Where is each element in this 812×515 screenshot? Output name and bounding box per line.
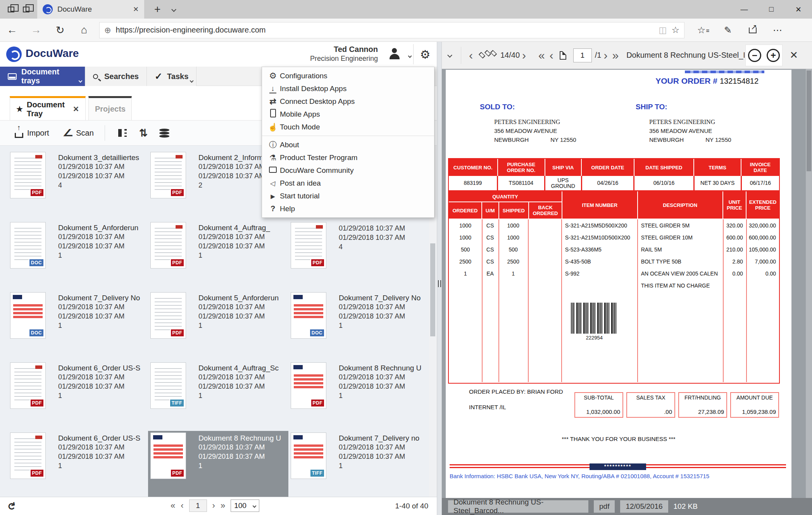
menu-item[interactable]: Mobile Apps <box>262 108 434 121</box>
user-menu-chevron-icon[interactable] <box>409 52 411 59</box>
window-minimize-button[interactable]: — <box>731 0 758 19</box>
user-avatar-icon[interactable] <box>389 48 400 60</box>
settings-gear-button[interactable]: ⚙ <box>414 42 437 67</box>
menu-item-icon <box>266 204 280 213</box>
browser-tab[interactable]: DocuWare ✕ <box>37 0 144 19</box>
list-view-button[interactable] <box>112 124 133 142</box>
menu-item[interactable]: About <box>262 138 434 151</box>
document-item[interactable]: PDF Dokument 3_detailliertes 01/29/2018 … <box>8 150 148 220</box>
footer-date[interactable]: 12/05/2016 <box>620 500 668 513</box>
page-number-box[interactable]: 1 <box>189 499 207 512</box>
tray-tab-document-tray[interactable]: ★ Document Tray ✕ <box>10 96 86 120</box>
share-icon[interactable] <box>740 25 765 36</box>
info-header-cell: TERMS <box>694 159 741 176</box>
close-icon[interactable]: ✕ <box>73 105 79 114</box>
zoom-in-button[interactable]: + <box>767 49 780 62</box>
per-page-select[interactable]: 100 <box>231 499 259 512</box>
tray-scrollbar-thumb[interactable] <box>430 243 435 336</box>
document-page-count: 1 <box>58 321 140 330</box>
more-options-icon[interactable]: ⋯ <box>765 25 790 36</box>
filetype-badge: PDF <box>30 188 45 197</box>
first-page-icon[interactable]: « <box>538 50 545 61</box>
document-item[interactable]: DOC Dokument 7_Delivery No 01/29/2018 10… <box>288 291 429 361</box>
tab-close-icon[interactable]: ✕ <box>133 5 139 14</box>
settings-menu: Configurations Install Desktop Apps Conn… <box>262 67 434 218</box>
store-button[interactable] <box>154 124 175 142</box>
tab-document-trays[interactable]: Document trays <box>0 67 85 86</box>
sold-to-label: SOLD TO: <box>480 103 515 111</box>
reading-view-icon[interactable]: ◫ <box>659 25 667 35</box>
viewer-menu-chevron-icon[interactable] <box>448 53 452 57</box>
tab-preview-icon[interactable] <box>8 7 14 12</box>
first-page-icon[interactable]: « <box>171 501 175 511</box>
viewer-close-button[interactable]: ✕ <box>790 49 798 61</box>
hub-icon[interactable]: ☆ <box>691 25 715 36</box>
new-tab-button[interactable]: + <box>154 3 160 16</box>
next-page-icon[interactable]: › <box>212 501 215 511</box>
tab-label: Searches <box>104 72 139 81</box>
url-field[interactable]: ⊕ https://precision-engineering.docuware… <box>99 22 684 38</box>
footer-filetype[interactable]: pdf <box>594 500 615 513</box>
total-box: SUB-TOTAL 1,032,000.00 <box>574 392 623 418</box>
menu-item[interactable]: Install Desktop Apps <box>262 82 434 95</box>
page-input[interactable]: 1 <box>573 48 592 62</box>
menu-item[interactable]: Post an idea <box>262 177 434 189</box>
document-item[interactable]: PDF Dokument 6_Order US-S 01/29/2018 10:… <box>8 361 148 431</box>
prev-document-icon[interactable]: ‹ <box>469 50 473 61</box>
info-value-cell: TS081104 <box>498 176 544 190</box>
sort-button[interactable]: ⇅ <box>133 124 154 142</box>
menu-item[interactable]: Help <box>262 202 434 215</box>
refresh-icon[interactable]: ↻ <box>5 501 18 512</box>
document-item[interactable]: TIFF Dokument 7_Delivery no 01/29/2018 1… <box>288 431 429 501</box>
import-button[interactable]: Import <box>15 128 49 138</box>
viewer-scrollbar[interactable] <box>806 69 812 498</box>
web-note-pen-icon[interactable]: ✎ <box>715 25 740 36</box>
last-page-icon[interactable]: » <box>612 50 619 61</box>
document-item[interactable]: TIFF Dokument 4_Auftrag_Sc 01/29/2018 10… <box>148 361 288 431</box>
document-item[interactable]: PDF Dokument 8 Rechnung U 01/29/2018 10:… <box>288 361 429 431</box>
flag-stars: ********** <box>590 463 646 470</box>
tray-tab-projects[interactable]: Projects <box>88 96 132 120</box>
prev-page-icon[interactable]: ‹ <box>181 501 183 511</box>
forward-icon[interactable]: → <box>24 24 48 36</box>
menu-item[interactable]: Configurations <box>262 69 434 82</box>
refresh-icon[interactable]: ↻ <box>48 24 72 36</box>
menu-item[interactable]: Connect Desktop Apps <box>262 95 434 108</box>
document-item[interactable]: DOC Dokument 5_Anforderun 01/29/2018 10:… <box>8 220 148 291</box>
document-item[interactable]: PDF Dokument 4_Auftrag_ 01/29/2018 10:37… <box>148 220 288 291</box>
menu-item[interactable]: Product Tester Program <box>262 151 434 164</box>
splitter-grip[interactable] <box>438 280 441 287</box>
total-box: AMOUNT DUE 1,059,238.09 <box>730 392 779 418</box>
document-title: Dokument 5_Anforderun <box>198 294 279 302</box>
footer-document-name[interactable]: Dokument 8 Rechnung US-Steel_Barcod... <box>448 500 588 513</box>
next-document-icon[interactable]: › <box>522 50 526 61</box>
prev-page-icon[interactable]: ‹ <box>550 50 553 61</box>
document-item[interactable]: PDF Dokument 5_Anforderun 01/29/2018 10:… <box>148 291 288 361</box>
document-item[interactable]: PDF Dokument 8 Rechnung U 01/29/2018 10:… <box>148 431 288 501</box>
next-page-icon[interactable]: › <box>603 50 607 61</box>
back-icon[interactable]: ← <box>0 24 24 36</box>
viewer-scrollbar-thumb[interactable] <box>807 71 811 171</box>
set-tabs-aside-icon[interactable] <box>23 7 29 12</box>
scan-button[interactable]: ∠ Scan <box>64 127 94 138</box>
document-item[interactable]: PDF 01/29/2018 10:37 AM 01/29/2018 10:37… <box>288 220 429 291</box>
document-item[interactable]: DOC Dokument 7_Delivery No 01/29/2018 10… <box>8 291 148 361</box>
tab-tasks[interactable]: ✓ Tasks <box>147 67 197 86</box>
tab-searches[interactable]: Searches <box>85 67 147 86</box>
window-close-button[interactable]: ✕ <box>785 0 812 19</box>
menu-item[interactable]: Touch Mode <box>262 121 434 133</box>
zoom-out-button[interactable]: − <box>748 49 761 62</box>
menu-item[interactable]: Start tutorial <box>262 189 434 202</box>
document-item[interactable]: PDF Dokument 6_Order US-S 01/29/2018 10:… <box>8 431 148 501</box>
pane-splitter[interactable] <box>437 42 442 515</box>
favorite-star-icon[interactable]: ☆ <box>671 25 679 35</box>
menu-item[interactable]: DocuWare Community <box>262 164 434 177</box>
url-text[interactable]: https://precision-engineering.docuware.c… <box>116 26 654 34</box>
home-icon[interactable]: ⌂ <box>72 24 96 36</box>
last-page-icon[interactable]: » <box>221 501 225 511</box>
window-maximize-button[interactable]: □ <box>758 0 785 19</box>
document-thumbnail: PDF <box>10 362 46 409</box>
document-title: Dokument 7_Delivery No <box>58 294 140 302</box>
menu-item-label: About <box>280 141 299 149</box>
tab-list-chevron-icon[interactable] <box>172 6 176 13</box>
